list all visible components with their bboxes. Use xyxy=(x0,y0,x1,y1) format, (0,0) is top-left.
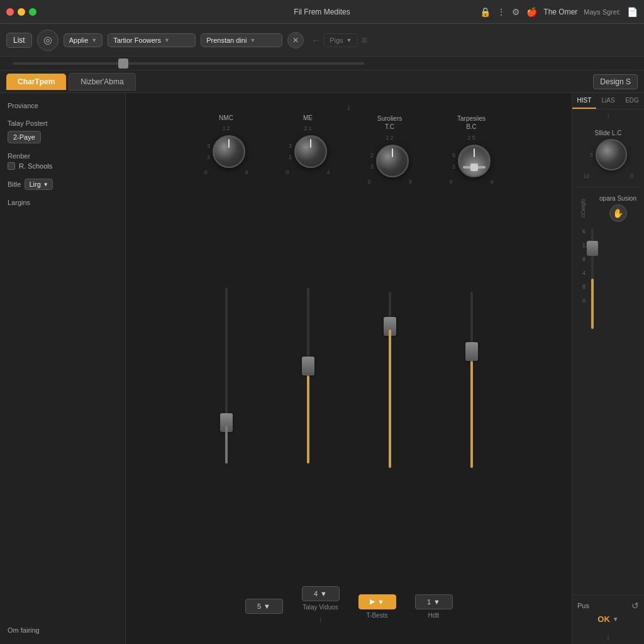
slide-lc-label: Sllide L.C xyxy=(595,130,622,136)
talay-postert-button[interactable]: 2-Paye xyxy=(8,131,41,143)
nav-label: Pigs xyxy=(330,36,343,44)
more-icon[interactable]: ⋮ xyxy=(497,7,506,17)
tarpesiies-fader-container xyxy=(440,185,503,575)
tarpesiies-bottom-arrow: ▼ xyxy=(433,598,440,606)
right-fader-thumb[interactable] xyxy=(587,241,598,256)
preset-dropdown[interactable]: Prenstan dini ▼ xyxy=(201,33,282,47)
me-scale-4: 4 xyxy=(326,169,330,175)
me-fader-track[interactable] xyxy=(307,287,309,464)
nmc-fader-container xyxy=(195,175,258,575)
tab-hist[interactable]: HIST xyxy=(572,93,596,109)
traffic-lights xyxy=(6,8,36,16)
tarp-scale-2: 2 xyxy=(467,135,470,141)
gear-icon[interactable]: ⚙ xyxy=(512,7,520,17)
channel-strip-tarpesiies: TarpesiiesB.C 2 5 5 3 xyxy=(440,114,503,575)
ok-button[interactable]: OK ▼ xyxy=(597,614,618,624)
tarp-scale-5a: 5 xyxy=(452,152,455,158)
title-bar-right: 🔒 ⋮ ⚙ 🍎 The Omer Mays Sgret: 📄 xyxy=(480,7,638,17)
right-panel-body: Sllide L.C 3 10 0 cCeiglo opara Susion xyxy=(572,123,644,595)
channel-me-label: ME xyxy=(303,114,313,121)
apply-arrow-icon: ▼ xyxy=(91,37,97,43)
tarp-scale-4: 4 xyxy=(490,179,493,185)
me-scale-3a: 3 xyxy=(289,143,292,149)
sur-scale-3b: 3 xyxy=(408,179,411,185)
me-bottom-value: 4 xyxy=(314,590,318,597)
right-fader-area: 6 12 8 4 8 0 xyxy=(577,228,639,589)
lock-icon[interactable]: 🔒 xyxy=(480,7,491,17)
slide-lc-knob[interactable] xyxy=(596,139,627,170)
bitle-select[interactable]: Lirg ▼ xyxy=(25,179,52,190)
apply-dropdown[interactable]: Applie ▼ xyxy=(64,33,103,47)
target-dropdown[interactable]: Tartior Foowers ▼ xyxy=(108,33,196,47)
tab-chartpem[interactable]: CharTpem xyxy=(6,74,66,90)
play-btn[interactable]: ▶ ▼ xyxy=(358,594,396,609)
me-scale-2: 2 xyxy=(304,125,307,131)
menu-icon[interactable]: ≡ xyxy=(362,35,367,46)
tabs-row: CharTpem Nizber'Abma Design S xyxy=(0,70,644,93)
user-sub: Mays Sgret: xyxy=(584,8,621,16)
nmc-scale-4: 4 xyxy=(245,169,248,175)
list-button[interactable]: List xyxy=(6,33,32,48)
nmc-fader-level xyxy=(225,426,228,464)
sur-scale-1: 1 xyxy=(386,135,389,141)
minimize-button[interactable] xyxy=(18,8,25,16)
pus-icon: ↺ xyxy=(631,601,639,611)
bottom-controls: 5 ▼ 4 ▼ Talay Viduos ↑ ▶ ▼ T-Bests xyxy=(126,575,572,638)
tarpesiies-fader-thumb[interactable] xyxy=(465,342,478,361)
nav-area: ← Pigs ▼ ≡ xyxy=(311,33,367,47)
play-icon: ▶ xyxy=(370,597,375,606)
talay-postert-label: Talay Postert xyxy=(8,119,118,127)
maximize-button[interactable] xyxy=(29,8,36,16)
me-fader-container xyxy=(277,175,340,575)
nmc-fader-track[interactable] xyxy=(225,287,228,464)
slider-thumb[interactable] xyxy=(118,58,128,69)
nav-dropdown[interactable]: Pigs ▼ xyxy=(324,33,357,47)
slide-lc-area: Sllide L.C 3 10 0 xyxy=(577,130,639,179)
bitle-value: Lirg xyxy=(29,180,40,188)
checkbox-schools[interactable] xyxy=(8,162,15,170)
nmc-knob[interactable] xyxy=(213,135,245,168)
right-down-arrow: ↓ xyxy=(572,629,644,644)
design-s-button[interactable]: Design S xyxy=(593,74,638,89)
r-scale-0b: 0 xyxy=(582,297,589,304)
nmc-bottom-btn[interactable]: 5 ▼ xyxy=(245,599,283,614)
tab-lias[interactable]: LiAS xyxy=(596,93,620,109)
right-bottom: Pus ↺ OK ▼ xyxy=(572,595,644,629)
hdlt-label: Hdlt xyxy=(428,612,440,619)
tarpesiies-knob[interactable] xyxy=(458,145,491,177)
right-fader-track[interactable] xyxy=(591,228,594,329)
me-knob[interactable] xyxy=(294,135,327,168)
back-arrow-icon[interactable]: ← xyxy=(311,35,320,45)
tab-edg[interactable]: EDG xyxy=(620,93,644,109)
toolbar: List ◎ Applie ▼ Tartior Foowers ▼ Prenst… xyxy=(0,24,644,57)
left-panel: Proviance Talay Postert 2-Paye Renber R.… xyxy=(0,93,126,644)
suroliers-knob[interactable] xyxy=(376,145,409,177)
me-bottom-btn[interactable]: 4 ▼ xyxy=(302,586,340,601)
me-scale-1b: 1 xyxy=(289,154,292,160)
checkbox-label: R. Schools xyxy=(19,162,52,170)
pus-area: Pus ↺ xyxy=(577,601,639,611)
me-fader-thumb[interactable] xyxy=(302,357,314,375)
channel-strip-nmc: NMC 1 2 3 3 0 4 xyxy=(195,114,258,575)
hand-icon-btn[interactable]: ✋ xyxy=(609,204,627,222)
close-button[interactable] xyxy=(6,8,14,16)
right-scale-0: 0 xyxy=(630,173,633,179)
suroliers-fader-container xyxy=(358,185,421,575)
sur-scale-2: 2 xyxy=(391,135,394,141)
logo-button[interactable]: ◎ xyxy=(37,30,58,51)
suroliers-fader-track[interactable] xyxy=(389,292,391,468)
nmc-scale-3a: 3 xyxy=(207,143,210,149)
main-slider[interactable] xyxy=(13,62,365,65)
cross-button[interactable]: ✕ xyxy=(287,32,304,48)
channel-suroliers-label: SuroliersT.C xyxy=(377,114,402,131)
tab-nizber[interactable]: Nizber'Abma xyxy=(69,73,135,91)
tarpesiies-bottom-btn[interactable]: 1 ▼ xyxy=(415,594,453,609)
doc-icon[interactable]: 📄 xyxy=(627,7,638,17)
nmc-scale-0: 0 xyxy=(204,169,208,175)
renber-label: Renber xyxy=(8,152,118,160)
play-arrow: ▼ xyxy=(377,598,384,606)
right-panel: HIST LiAS EDG ↑ Sllide L.C 3 10 0 xyxy=(572,93,644,644)
up-arrow-indicator: ↑ xyxy=(319,613,323,627)
me-scale-0: 0 xyxy=(286,169,289,175)
tarpesiies-fader-track[interactable] xyxy=(470,292,473,468)
